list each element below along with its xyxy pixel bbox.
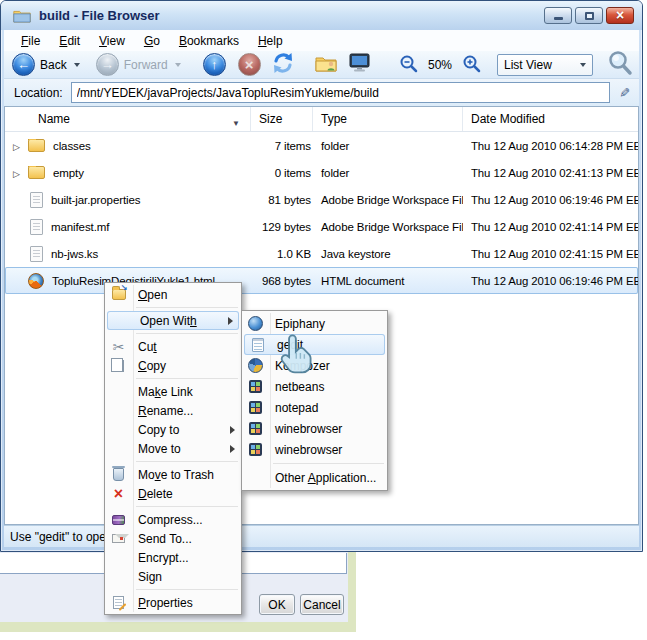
menu-file[interactable]: File (12, 32, 50, 50)
table-row[interactable]: manifest.mf 129 bytes Adobe Bridge Works… (5, 213, 638, 240)
menu-item-send-to[interactable]: Send To... (105, 529, 241, 548)
maximize-button[interactable] (575, 7, 603, 24)
back-button[interactable]: Back (12, 53, 80, 76)
table-row-selected[interactable]: TopluResimDegistiriliYukle1.html 968 byt… (5, 267, 638, 294)
table-row[interactable]: classes 7 items folder Thu 12 Aug 2010 0… (5, 132, 638, 159)
column-header-size[interactable]: Size (251, 107, 313, 131)
cancel-button[interactable]: Cancel (300, 594, 344, 615)
search-button[interactable] (607, 50, 633, 79)
column-header-type[interactable]: Type (313, 107, 463, 131)
menu-item-open[interactable]: Open (105, 285, 241, 304)
view-mode-select[interactable]: List View (497, 54, 593, 76)
menu-item-move-to-trash[interactable]: Move to Trash (105, 465, 241, 484)
menu-help[interactable]: Help (249, 32, 293, 50)
menu-view[interactable]: View (90, 32, 135, 50)
wine-app-icon (249, 401, 262, 414)
back-dropdown-icon[interactable] (74, 63, 80, 67)
table-row[interactable]: empty 0 items folder Thu 12 Aug 2010 02:… (5, 159, 638, 186)
expander-icon[interactable] (9, 140, 24, 152)
file-modified: Thu 12 Aug 2010 06:14:28 PM EEST (463, 140, 638, 152)
home-button[interactable] (315, 54, 337, 75)
label-mnemonic: H (258, 34, 267, 48)
column-header-name[interactable]: Name (5, 107, 251, 131)
file-type: Java keystore (313, 248, 463, 260)
forward-button[interactable]: Forward (96, 53, 181, 76)
refresh-button[interactable] (271, 52, 295, 77)
zoom-in-icon (462, 54, 481, 73)
title-bar[interactable]: build - File Browser (1, 1, 642, 30)
expander-icon[interactable] (9, 167, 24, 179)
column-header-date[interactable]: Date Modified (463, 107, 638, 131)
menu-item-winebrowser[interactable]: winebrowser (242, 418, 387, 439)
kompozer-icon (248, 358, 263, 373)
file-modified: Thu 12 Aug 2010 06:19:46 PM EEST (463, 275, 638, 287)
close-button[interactable] (606, 7, 634, 24)
ok-button[interactable]: OK (259, 594, 295, 615)
minimize-button[interactable] (544, 7, 572, 24)
menu-item-make-link[interactable]: Make Link (105, 382, 241, 401)
menu-edit[interactable]: Edit (50, 32, 90, 50)
location-edit-icon[interactable] (615, 83, 633, 103)
stop-button[interactable] (238, 53, 261, 76)
epiphany-icon (248, 316, 263, 331)
computer-button[interactable] (349, 53, 373, 76)
context-menu: Open Open With Cut Copy Make Link Rename… (104, 282, 242, 615)
forward-dropdown-icon[interactable] (175, 63, 181, 67)
menu-item-notepad[interactable]: notepad (242, 397, 387, 418)
menu-item-sign[interactable]: Sign (105, 567, 241, 586)
zoom-out-button[interactable] (399, 54, 418, 76)
file-modified: Thu 12 Aug 2010 02:41:15 PM EEST (463, 248, 638, 260)
menu-item-netbeans[interactable]: netbeans (242, 376, 387, 397)
menu-item-gedit[interactable]: gedit (244, 334, 385, 355)
menu-separator (136, 461, 238, 462)
menu-item-copy[interactable]: Copy (105, 356, 241, 375)
menu-item-copy-to[interactable]: Copy to (105, 420, 241, 439)
window-title: build - File Browser (39, 8, 544, 23)
status-bar: Use "gedit" to open (4, 525, 639, 547)
menu-item-compress[interactable]: Compress... (105, 510, 241, 529)
menu-bookmarks[interactable]: Bookmarks (170, 32, 249, 50)
label-text: netbeans (275, 380, 324, 394)
label-text: Sign (138, 570, 162, 584)
menu-item-rename[interactable]: Rename... (105, 401, 241, 420)
menu-item-open-with[interactable]: Open With (107, 311, 239, 330)
label-mnemonic: R (138, 404, 147, 418)
gedit-icon (252, 338, 264, 352)
menu-item-delete[interactable]: Delete (105, 484, 241, 503)
label-text: Ma (138, 385, 155, 399)
file-name: nb-jws.ks (51, 248, 98, 260)
menu-go[interactable]: Go (135, 32, 170, 50)
menu-item-other-application[interactable]: Other Application... (242, 467, 387, 488)
label-text: roperties (146, 596, 193, 610)
file-size: 1.0 KB (251, 248, 313, 260)
menu-item-epiphany[interactable]: Epiphany (242, 313, 387, 334)
label-text: Compress... (138, 513, 203, 527)
label-text: winebrowser (275, 443, 342, 457)
menu-separator (136, 506, 238, 507)
table-row[interactable]: nb-jws.ks 1.0 KB Java keystore Thu 12 Au… (5, 240, 638, 267)
up-button[interactable] (203, 53, 226, 76)
send-to-icon (112, 534, 125, 543)
sort-icon (232, 115, 240, 129)
menu-item-winebrowser[interactable]: winebrowser (242, 439, 387, 460)
table-row[interactable]: built-jar.properties 81 bytes Adobe Brid… (5, 186, 638, 213)
location-label: Location: (14, 86, 63, 100)
location-input[interactable] (71, 82, 610, 103)
file-icon (30, 246, 43, 262)
file-modified: Thu 12 Aug 2010 06:19:46 PM EEST (463, 194, 638, 206)
menu-item-cut[interactable]: Cut (105, 337, 241, 356)
menu-item-move-to[interactable]: Move to (105, 439, 241, 458)
label-mnemonic: O (138, 288, 147, 302)
label-text: elp (267, 34, 283, 48)
minimize-icon (554, 17, 563, 20)
search-icon (607, 50, 633, 76)
file-icon (30, 192, 43, 208)
menu-item-kompozer[interactable]: Kompozer (242, 355, 387, 376)
label-text: Mo (138, 468, 155, 482)
file-size: 968 bytes (251, 275, 313, 287)
file-size: 7 items (251, 140, 313, 152)
menu-item-encrypt[interactable]: Encrypt... (105, 548, 241, 567)
menu-item-properties[interactable]: Properties (105, 593, 241, 612)
trash-icon (113, 468, 124, 481)
zoom-in-button[interactable] (462, 54, 481, 76)
